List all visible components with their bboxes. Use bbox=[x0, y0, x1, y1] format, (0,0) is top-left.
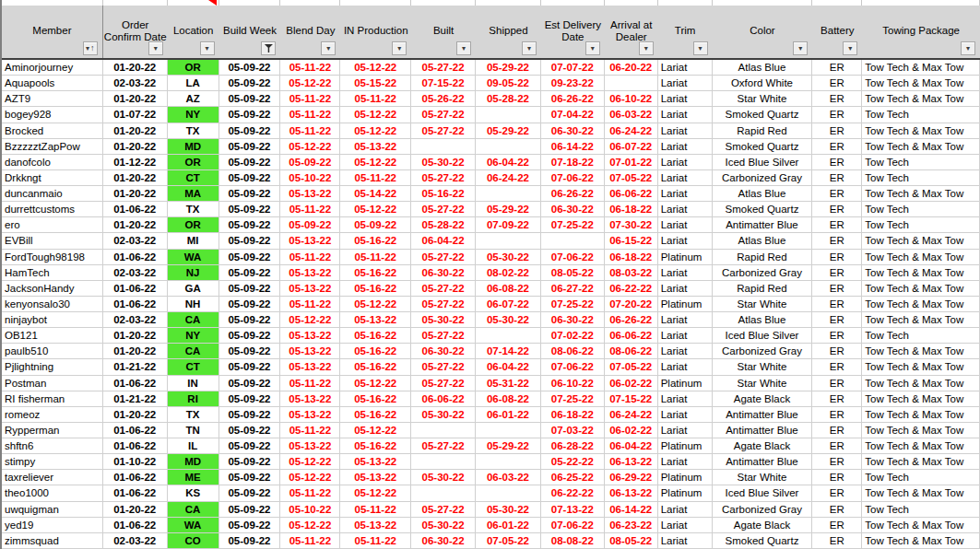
cell-est_delivery_date[interactable]: 07-25-22 bbox=[541, 391, 605, 407]
cell-arrival_at_dealer[interactable]: 06-20-22 bbox=[605, 60, 658, 76]
cell-order_confirm_date[interactable]: 01-21-22 bbox=[103, 391, 168, 407]
cell-shipped[interactable]: 06-24-22 bbox=[476, 170, 541, 186]
cell-blend_day[interactable]: 05-12-22 bbox=[280, 139, 340, 155]
cell-est_delivery_date[interactable]: 06-30-22 bbox=[541, 123, 605, 139]
cell-blend_day[interactable]: 05-13-22 bbox=[280, 391, 340, 407]
cell-towing_package[interactable]: Tow Tech & Max Tow bbox=[862, 407, 980, 423]
cell-est_delivery_date[interactable]: 06-14-22 bbox=[541, 139, 605, 155]
filter-button-color[interactable]: ▾ bbox=[793, 41, 808, 55]
cell-arrival_at_dealer[interactable]: 07-05-22 bbox=[605, 359, 658, 375]
cell-shipped[interactable] bbox=[476, 186, 541, 202]
column-header-blend_day[interactable]: Blend Day▾ bbox=[280, 6, 340, 58]
cell-trim[interactable]: Lariat bbox=[658, 107, 713, 123]
cell-color[interactable]: Agate Black bbox=[713, 391, 813, 407]
cell-in_production[interactable]: 05-12-22 bbox=[340, 485, 411, 501]
cell-color[interactable]: Star White bbox=[713, 376, 813, 391]
cell-color[interactable]: Atlas Blue bbox=[713, 186, 813, 202]
cell-order_confirm_date[interactable]: 01-06-22 bbox=[103, 376, 168, 391]
cell-arrival_at_dealer[interactable]: 07-05-22 bbox=[605, 170, 658, 186]
cell-shipped[interactable] bbox=[476, 328, 541, 344]
cell-trim[interactable]: Lariat bbox=[658, 502, 713, 518]
cell-battery[interactable]: ER bbox=[812, 470, 862, 485]
cell-location[interactable]: TX bbox=[168, 407, 219, 423]
cell-in_production[interactable]: 05-16-22 bbox=[340, 328, 411, 344]
cell-built[interactable]: 05-30-22 bbox=[411, 407, 476, 423]
cell-battery[interactable]: ER bbox=[812, 328, 862, 344]
cell-est_delivery_date[interactable]: 07-06-22 bbox=[541, 170, 605, 186]
cell-built[interactable] bbox=[411, 139, 476, 155]
cell-shipped[interactable] bbox=[476, 233, 541, 249]
cell-build_week[interactable]: 05-09-22 bbox=[219, 470, 281, 485]
cell-battery[interactable]: ER bbox=[812, 502, 862, 518]
cell-in_production[interactable]: 05-16-22 bbox=[340, 265, 411, 281]
cell-color[interactable]: Atlas Blue bbox=[713, 60, 813, 76]
cell-in_production[interactable]: 05-16-22 bbox=[340, 344, 411, 359]
cell-location[interactable]: OR bbox=[168, 217, 219, 233]
cell-color[interactable]: Carbonized Gray bbox=[713, 344, 813, 359]
cell-shipped[interactable]: 06-04-22 bbox=[476, 155, 541, 170]
cell-est_delivery_date[interactable]: 07-06-22 bbox=[541, 518, 605, 533]
cell-towing_package[interactable]: Tow Tech bbox=[862, 470, 980, 485]
cell-build_week[interactable]: 05-09-22 bbox=[219, 170, 281, 186]
cell-member[interactable]: RI fisherman bbox=[2, 391, 103, 407]
column-header-location[interactable]: Location▾ bbox=[168, 6, 219, 58]
cell-location[interactable]: MD bbox=[168, 139, 219, 155]
cell-battery[interactable]: ER bbox=[812, 186, 862, 202]
cell-shipped[interactable]: 05-29-22 bbox=[476, 202, 541, 217]
cell-built[interactable]: 05-30-22 bbox=[411, 470, 476, 485]
cell-towing_package[interactable]: Tow Tech bbox=[862, 155, 980, 170]
cell-towing_package[interactable]: Tow Tech & Max Tow bbox=[862, 91, 980, 107]
cell-order_confirm_date[interactable]: 01-06-22 bbox=[103, 250, 168, 265]
cell-trim[interactable]: Platinum bbox=[658, 376, 713, 391]
cell-shipped[interactable]: 07-05-22 bbox=[476, 533, 541, 549]
cell-arrival_at_dealer[interactable]: 08-03-22 bbox=[605, 265, 658, 281]
cell-battery[interactable]: ER bbox=[812, 281, 862, 297]
cell-built[interactable]: 05-27-22 bbox=[411, 359, 476, 375]
cell-est_delivery_date[interactable]: 08-06-22 bbox=[541, 344, 605, 359]
cell-location[interactable]: WA bbox=[168, 250, 219, 265]
cell-arrival_at_dealer[interactable]: 07-30-22 bbox=[605, 217, 658, 233]
cell-build_week[interactable]: 05-09-22 bbox=[219, 107, 281, 123]
cell-order_confirm_date[interactable]: 01-20-22 bbox=[103, 170, 168, 186]
cell-battery[interactable]: ER bbox=[812, 107, 862, 123]
cell-towing_package[interactable]: Tow Tech bbox=[862, 170, 980, 186]
cell-towing_package[interactable]: Tow Tech & Max Tow bbox=[862, 438, 980, 454]
cell-blend_day[interactable]: 05-11-22 bbox=[280, 485, 340, 501]
cell-arrival_at_dealer[interactable]: 06-06-22 bbox=[605, 328, 658, 344]
cell-build_week[interactable]: 05-09-22 bbox=[219, 139, 281, 155]
cell-shipped[interactable]: 08-02-22 bbox=[476, 265, 541, 281]
cell-in_production[interactable]: 05-12-22 bbox=[340, 202, 411, 217]
cell-battery[interactable]: ER bbox=[812, 76, 862, 91]
cell-built[interactable]: 05-27-22 bbox=[411, 328, 476, 344]
cell-est_delivery_date[interactable]: 07-25-22 bbox=[541, 297, 605, 312]
cell-build_week[interactable]: 05-09-22 bbox=[219, 407, 281, 423]
cell-arrival_at_dealer[interactable]: 06-26-22 bbox=[605, 312, 658, 328]
cell-battery[interactable]: ER bbox=[812, 344, 862, 359]
cell-in_production[interactable]: 05-14-22 bbox=[340, 186, 411, 202]
cell-blend_day[interactable]: 05-11-22 bbox=[280, 533, 340, 549]
column-header-towing_package[interactable]: Towing Package▾ bbox=[862, 6, 980, 58]
cell-blend_day[interactable]: 05-10-22 bbox=[280, 170, 340, 186]
cell-color[interactable]: Star White bbox=[713, 91, 813, 107]
cell-trim[interactable]: Platinum bbox=[658, 485, 713, 501]
cell-in_production[interactable]: 05-16-22 bbox=[340, 359, 411, 375]
cell-built[interactable]: 05-27-22 bbox=[411, 502, 476, 518]
cell-built[interactable]: 05-27-22 bbox=[411, 107, 476, 123]
cell-built[interactable]: 05-30-22 bbox=[411, 312, 476, 328]
cell-arrival_at_dealer[interactable]: 06-24-22 bbox=[605, 407, 658, 423]
cell-battery[interactable]: ER bbox=[812, 217, 862, 233]
cell-in_production[interactable]: 05-11-22 bbox=[340, 250, 411, 265]
cell-built[interactable]: 05-27-22 bbox=[411, 60, 476, 76]
cell-trim[interactable]: Lariat bbox=[658, 359, 713, 375]
cell-build_week[interactable]: 05-09-22 bbox=[219, 518, 281, 533]
cell-trim[interactable]: Lariat bbox=[658, 139, 713, 155]
cell-blend_day[interactable]: 05-09-22 bbox=[280, 217, 340, 233]
cell-location[interactable]: KS bbox=[168, 485, 219, 501]
cell-location[interactable]: CA bbox=[168, 344, 219, 359]
filter-button-battery[interactable]: ▾ bbox=[843, 41, 857, 55]
cell-trim[interactable]: Lariat bbox=[658, 391, 713, 407]
cell-in_production[interactable]: 05-12-22 bbox=[340, 155, 411, 170]
cell-trim[interactable]: Lariat bbox=[658, 202, 713, 217]
cell-member[interactable]: EVBill bbox=[2, 233, 103, 249]
cell-est_delivery_date[interactable]: 05-22-22 bbox=[541, 454, 605, 470]
